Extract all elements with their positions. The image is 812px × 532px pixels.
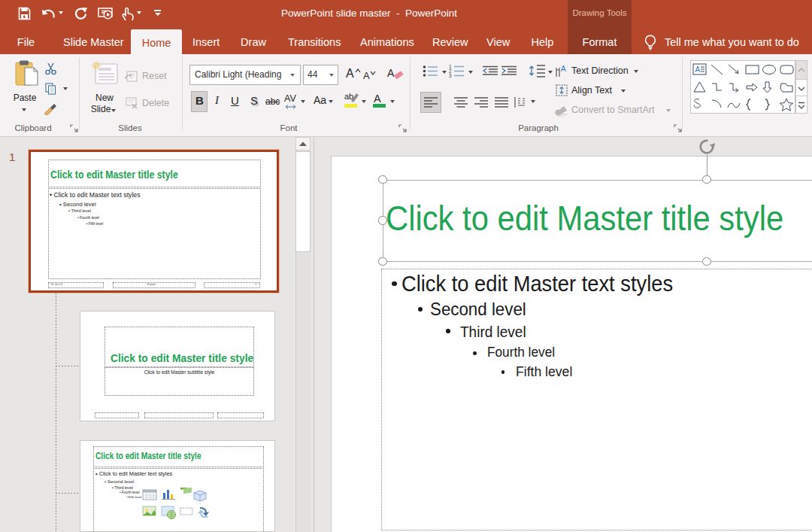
svg-text:3: 3 <box>449 73 452 78</box>
svg-text:A: A <box>695 65 701 74</box>
svg-text:A: A <box>561 65 566 73</box>
